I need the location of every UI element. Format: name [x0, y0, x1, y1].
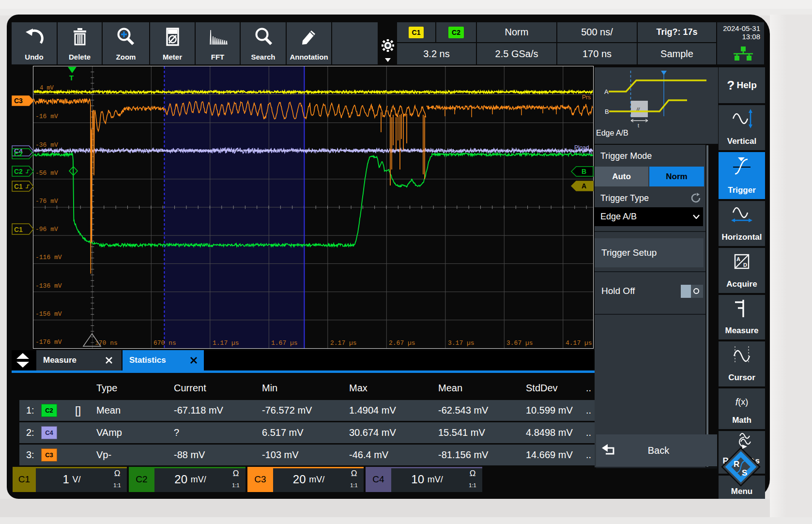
svg-text:C1: C1	[14, 183, 23, 190]
svg-text:B: B	[582, 168, 586, 175]
svg-text:-96 mV: -96 mV	[35, 226, 58, 233]
svg-text:-136 mV: -136 mV	[35, 282, 62, 290]
svg-text:3.17 µs: 3.17 µs	[448, 339, 475, 347]
svg-text:1.67 µs: 1.67 µs	[271, 339, 298, 347]
svg-text:t: t	[638, 123, 639, 128]
svg-text:D: D	[743, 262, 747, 268]
svg-text:-116 mV: -116 mV	[35, 254, 62, 261]
svg-text:1.17 µs: 1.17 µs	[213, 339, 239, 347]
svg-text:T: T	[69, 74, 74, 82]
svg-text:-76 mV: -76 mV	[35, 198, 58, 205]
svg-text:1s: 1s	[588, 151, 592, 155]
svg-text:B: B	[605, 108, 609, 115]
svg-text:R: R	[734, 460, 739, 469]
svg-text:Prs: Prs	[582, 94, 591, 101]
svg-text:4.17 µs: 4.17 µs	[566, 339, 592, 347]
svg-text:C2: C2	[14, 150, 23, 158]
svg-text:C1: C1	[14, 226, 23, 233]
svg-text:C3: C3	[14, 97, 23, 105]
svg-text:Pload: Pload	[574, 144, 589, 151]
svg-text:2.17 µs: 2.17 µs	[330, 339, 357, 347]
svg-text:3.67 µs: 3.67 µs	[506, 339, 533, 347]
svg-text:C2: C2	[14, 168, 23, 175]
svg-text:-176 mV: -176 mV	[35, 339, 62, 346]
svg-text:-156 mV: -156 mV	[35, 310, 62, 318]
svg-text:S: S	[742, 468, 747, 478]
svg-text:-16 mV: -16 mV	[35, 113, 58, 120]
svg-text:A: A	[604, 88, 609, 95]
svg-text:2.67 µs: 2.67 µs	[389, 339, 415, 347]
svg-text:A: A	[736, 256, 740, 262]
svg-text:A: A	[582, 182, 586, 190]
svg-text:Edge A/B: Edge A/B	[596, 129, 628, 137]
svg-text:-36 mV: -36 mV	[35, 141, 58, 149]
svg-text:-56 mV: -56 mV	[35, 170, 58, 177]
svg-text:4 mV: 4 mV	[40, 85, 54, 92]
svg-text:670 ns: 670 ns	[153, 339, 176, 347]
